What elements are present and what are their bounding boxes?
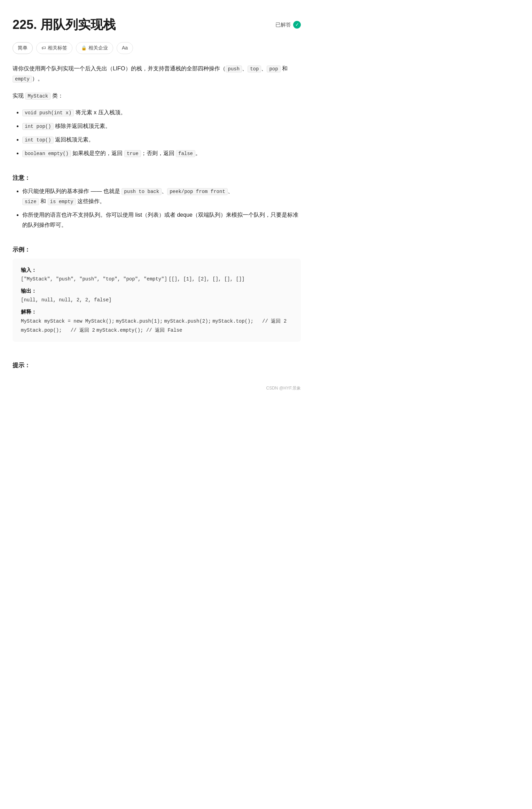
tag-font-size[interactable]: Aa bbox=[117, 42, 133, 54]
hint-title: 提示： bbox=[13, 361, 301, 371]
input-label: 输入： bbox=[21, 267, 37, 273]
method-push-code: void push(int x) bbox=[22, 109, 74, 116]
note-1-code-4: is empty bbox=[48, 198, 76, 205]
tag-related-tags[interactable]: 🏷 相关标签 bbox=[36, 42, 72, 54]
tag-easy[interactable]: 简单 bbox=[13, 42, 33, 54]
note-1-text-before: 你只能使用队列的基本操作 —— 也就是 bbox=[22, 188, 122, 194]
method-push: void push(int x) 将元素 x 压入栈顶。 bbox=[22, 108, 301, 118]
spacer-1 bbox=[13, 165, 301, 173]
spacer-3 bbox=[13, 342, 301, 350]
spacer-2 bbox=[13, 237, 301, 245]
method-pop: int pop() 移除并返回栈顶元素。 bbox=[22, 121, 301, 131]
description-paragraph-2: 实现 MyStack 类： bbox=[13, 91, 301, 101]
inline-code-top: top bbox=[248, 66, 261, 72]
note-2: 你所使用的语言也许不支持队列。你可以使用 list（列表）或者 deque（双端… bbox=[22, 210, 301, 230]
footer-source-text: CSDN @HYF.景象 bbox=[266, 386, 301, 391]
example-title: 示例： bbox=[13, 245, 301, 255]
explain-label: 解释： bbox=[21, 309, 37, 315]
input-line1: ["MyStack", "push", "push", "top", "pop"… bbox=[21, 276, 167, 282]
note-2-text: 你所使用的语言也许不支持队列。你可以使用 list（列表）或者 deque（双端… bbox=[22, 212, 298, 228]
notes-list: 你只能使用队列的基本操作 —— 也就是 push to back、peek/po… bbox=[13, 186, 301, 230]
tag-easy-label: 简单 bbox=[18, 44, 28, 52]
note-1-text-after: 这些操作。 bbox=[76, 198, 105, 204]
inline-code-empty: empty bbox=[13, 76, 32, 83]
tags-row: 简单 🏷 相关标签 🔒 相关企业 Aa bbox=[13, 42, 301, 54]
explain-line-6: myStack.empty(); // 返回 False bbox=[96, 328, 182, 333]
explain-line-3: myStack.push(2); bbox=[164, 318, 211, 324]
explain-line-2: myStack.push(1); bbox=[116, 318, 163, 324]
method-empty-period: 。 bbox=[195, 150, 201, 156]
method-empty-true: true bbox=[124, 150, 141, 157]
method-pop-text: 移除并返回栈顶元素。 bbox=[55, 123, 111, 129]
solved-label: 已解答 bbox=[275, 20, 291, 29]
solved-icon: ✓ bbox=[293, 21, 301, 29]
output-line1: [null, null, null, 2, 2, false] bbox=[21, 297, 111, 303]
input-section: 输入： ["MyStack", "push", "push", "top", "… bbox=[21, 265, 292, 284]
method-push-text: 将元素 x 压入栈顶。 bbox=[76, 109, 126, 115]
explain-section: 解释： MyStack myStack = new MyStack(); myS… bbox=[21, 307, 292, 335]
method-empty-false: false bbox=[176, 150, 195, 157]
methods-list: void push(int x) 将元素 x 压入栈顶。 int pop() 移… bbox=[13, 108, 301, 158]
explain-line-5: myStack.pop(); // 返回 2 bbox=[21, 328, 95, 333]
input-line2: [[], [1], [2], [], [], []] bbox=[169, 276, 244, 282]
header-row: 225. 用队列实现栈 已解答 ✓ bbox=[13, 14, 301, 35]
tag-related-company-label: 相关企业 bbox=[88, 44, 108, 52]
method-empty: boolean empty() 如果栈是空的，返回 true；否则，返回 fal… bbox=[22, 148, 301, 159]
explain-line-1: MyStack myStack = new MyStack(); bbox=[21, 318, 115, 324]
note-1: 你只能使用队列的基本操作 —— 也就是 push to back、peek/po… bbox=[22, 186, 301, 207]
note-title: 注意： bbox=[13, 173, 301, 183]
note-1-code-2: peek/pop from front bbox=[167, 188, 228, 195]
tag-related-company-icon: 🔒 bbox=[81, 44, 87, 52]
method-empty-code: boolean empty() bbox=[22, 150, 71, 157]
method-empty-text: 如果栈是空的，返回 bbox=[72, 150, 124, 156]
example-block: 输入： ["MyStack", "push", "push", "top", "… bbox=[13, 259, 301, 342]
tag-related-tags-label: 相关标签 bbox=[48, 44, 67, 52]
output-label: 输出： bbox=[21, 288, 37, 294]
page-title: 225. 用队列实现栈 bbox=[13, 14, 116, 35]
tag-font-size-label: Aa bbox=[122, 44, 128, 52]
method-empty-semicolon: ；否则，返回 bbox=[141, 150, 176, 156]
note-1-code-3: size bbox=[22, 198, 39, 205]
solved-badge: 已解答 ✓ bbox=[275, 20, 301, 29]
note-1-code-1: push to back bbox=[122, 188, 162, 195]
tag-related-tags-icon: 🏷 bbox=[41, 44, 46, 52]
method-top-text: 返回栈顶元素。 bbox=[55, 137, 94, 142]
description-paragraph-1: 请你仅使用两个队列实现一个后入先出（LIFO）的栈，并支持普通栈的全部四种操作（… bbox=[13, 64, 301, 84]
explain-line-4: myStack.top(); // 返回 2 bbox=[212, 318, 287, 324]
footer-source: CSDN @HYF.景象 bbox=[13, 385, 301, 392]
inline-code-push: push bbox=[226, 66, 242, 72]
inline-code-mystack: MyStack bbox=[25, 93, 50, 100]
tag-related-company[interactable]: 🔒 相关企业 bbox=[76, 42, 113, 54]
method-top-code: int top() bbox=[22, 137, 54, 144]
output-section: 输出： [null, null, null, 2, 2, false] bbox=[21, 286, 292, 305]
method-top: int top() 返回栈顶元素。 bbox=[22, 135, 301, 145]
inline-code-pop: pop bbox=[267, 66, 280, 72]
method-pop-code: int pop() bbox=[22, 123, 54, 130]
